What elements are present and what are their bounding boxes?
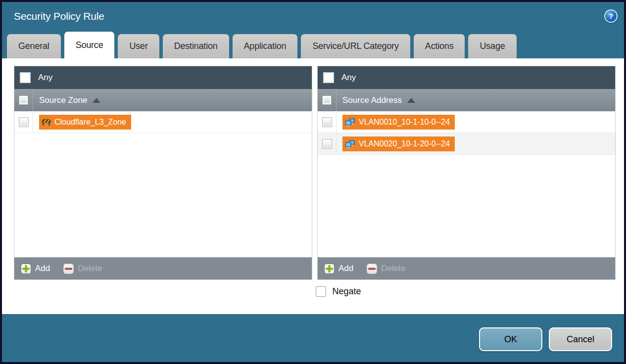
negate-label: Negate xyxy=(333,286,361,297)
source-zone-any-checkbox[interactable] xyxy=(20,72,31,83)
tab-general[interactable]: General xyxy=(7,34,61,58)
source-zone-item-label: Cloudflare_L3_Zone xyxy=(54,118,126,127)
delete-button-label: Delete xyxy=(381,264,405,273)
minus-icon xyxy=(367,264,377,274)
row-checkbox[interactable] xyxy=(322,117,332,127)
dialog-title: Security Policy Rule xyxy=(14,10,104,22)
table-row: Cloudflare_L3_Zone xyxy=(14,111,312,133)
minus-icon xyxy=(63,264,74,274)
source-address-column-sort[interactable]: Source Address xyxy=(342,89,415,111)
tab-application[interactable]: Application xyxy=(233,34,298,58)
source-address-panel: Any Source Address xyxy=(317,66,616,280)
source-address-item[interactable]: VLAN0010_10-1-10-0--24 xyxy=(342,115,455,130)
zone-icon xyxy=(42,118,51,126)
source-zone-delete-button[interactable]: Delete xyxy=(63,264,102,274)
source-zone-list: Cloudflare_L3_Zone xyxy=(14,111,312,257)
delete-button-label: Delete xyxy=(78,264,102,273)
source-zone-column-header: Source Zone xyxy=(14,89,312,111)
row-checkbox[interactable] xyxy=(19,117,29,127)
negate-row: Negate xyxy=(14,286,616,297)
source-address-add-button[interactable]: Add xyxy=(324,264,353,274)
source-zone-panel: Any Source Zone xyxy=(14,66,312,280)
sort-ascending-icon xyxy=(93,98,100,103)
dialog-titlebar: Security Policy Rule ? xyxy=(2,2,624,30)
source-zone-select-all-checkbox[interactable] xyxy=(19,95,28,105)
cancel-button[interactable]: Cancel xyxy=(549,327,612,351)
source-address-panel-footer: Add Delete xyxy=(318,257,615,279)
source-address-any-checkbox[interactable] xyxy=(323,72,334,83)
source-address-list: VLAN0010_10-1-10-0--24 xyxy=(318,111,615,257)
source-address-select-all-checkbox[interactable] xyxy=(322,95,332,105)
add-button-label: Add xyxy=(338,264,353,273)
tab-source[interactable]: Source xyxy=(64,32,115,58)
help-icon[interactable]: ? xyxy=(604,9,618,23)
source-zone-any-header: Any xyxy=(14,66,312,89)
source-address-column-label: Source Address xyxy=(342,95,402,105)
source-zone-panel-footer: Add Delete xyxy=(14,257,312,279)
security-policy-rule-dialog: Security Policy Rule ? General Source Us… xyxy=(0,0,626,364)
negate-checkbox[interactable] xyxy=(316,286,326,297)
row-checkbox[interactable] xyxy=(322,139,332,149)
source-zone-column-label: Source Zone xyxy=(39,95,87,105)
dialog-footer: OK Cancel xyxy=(2,314,624,362)
source-zone-item[interactable]: Cloudflare_L3_Zone xyxy=(39,115,131,130)
tab-bar: General Source User Destination Applicat… xyxy=(2,30,624,58)
tab-user[interactable]: User xyxy=(118,34,159,58)
source-address-item[interactable]: VLAN0020_10-1-20-0--24 xyxy=(342,136,455,151)
add-button-label: Add xyxy=(35,264,50,273)
ok-button[interactable]: OK xyxy=(479,327,542,351)
table-row: VLAN0020_10-1-20-0--24 xyxy=(318,133,615,155)
network-address-icon xyxy=(345,140,355,148)
source-address-any-header: Any xyxy=(318,66,615,89)
network-address-icon xyxy=(345,118,355,127)
tab-actions[interactable]: Actions xyxy=(414,34,465,58)
tab-usage[interactable]: Usage xyxy=(468,34,516,58)
plus-icon xyxy=(324,264,335,274)
source-address-item-label: VLAN0020_10-1-20-0--24 xyxy=(359,139,450,148)
table-row: VLAN0010_10-1-10-0--24 xyxy=(318,111,615,133)
source-zone-any-label: Any xyxy=(38,73,52,83)
source-zone-add-button[interactable]: Add xyxy=(21,264,50,274)
tab-destination[interactable]: Destination xyxy=(163,34,229,58)
source-tab-content: Any Source Zone xyxy=(2,58,624,314)
tab-service-url-category[interactable]: Service/URL Category xyxy=(301,34,410,58)
source-address-item-label: VLAN0010_10-1-10-0--24 xyxy=(359,118,450,127)
source-address-delete-button[interactable]: Delete xyxy=(367,264,405,274)
sort-ascending-icon xyxy=(407,98,415,103)
source-zone-column-sort[interactable]: Source Zone xyxy=(39,89,100,111)
source-address-any-label: Any xyxy=(341,73,356,83)
source-address-column-header: Source Address xyxy=(318,89,615,111)
plus-icon xyxy=(21,264,31,274)
